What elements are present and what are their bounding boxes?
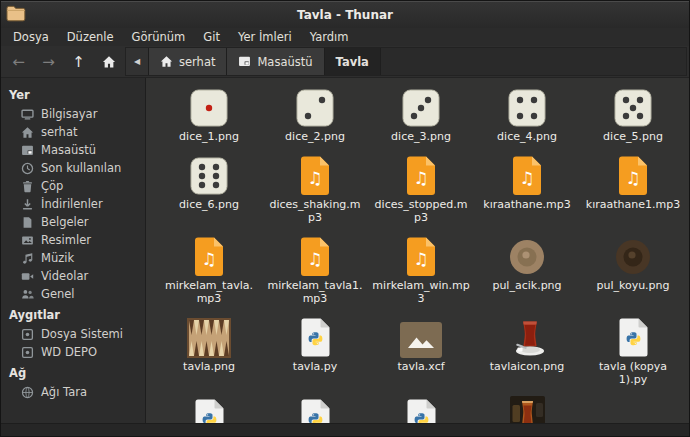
pathbar: ◀ serhatMasaüstüTavla: [125, 47, 687, 76]
sidebar-item-bilgisayar[interactable]: Bilgisayar: [1, 105, 145, 123]
svg-text:♫: ♫: [519, 168, 534, 188]
sidebar-item-videolar[interactable]: Videolar: [1, 267, 145, 285]
home-button[interactable]: [95, 49, 122, 75]
svg-text:♫: ♫: [201, 249, 216, 269]
file-tavla-kopya-4-py[interactable]: tavla (kopya 4).py: [368, 395, 474, 423]
up-button[interactable]: ↑: [65, 49, 92, 75]
sidebar-item-wd-depo[interactable]: WD DEPO: [1, 343, 145, 361]
breadcrumb-masa-st[interactable]: Masaüstü: [227, 48, 324, 75]
sidebar-item-p[interactable]: Çöp: [1, 177, 145, 195]
forward-button[interactable]: →: [35, 49, 62, 75]
audio-icon: ♫: [298, 152, 332, 196]
menu-yard-m[interactable]: Yardım: [301, 29, 358, 45]
dice-icon: [295, 84, 335, 128]
tea-light-icon: [505, 314, 549, 358]
python-icon: [299, 395, 332, 423]
file-mirkelam-tavla1-mp3[interactable]: ♫mirkelam_tavla1.mp3: [262, 233, 368, 305]
breadcrumb-tavla[interactable]: Tavla: [325, 48, 381, 75]
file-tavla-png[interactable]: tavla.png: [156, 314, 262, 386]
nav-buttons: ←→↑: [1, 46, 125, 77]
sidebar-item-serhat[interactable]: serhat: [1, 123, 145, 141]
file-turkish-cay-gif[interactable]: turkish_cay.gif: [474, 395, 580, 423]
file-view: dice_1.pngdice_2.pngdice_3.pngdice_4.png…: [146, 78, 689, 423]
menu-git[interactable]: Git: [194, 29, 229, 45]
menu-yer-i-mleri[interactable]: Yer İmleri: [229, 29, 301, 45]
file-dices-stopped-mp3[interactable]: ♫dices_stopped.mp3: [368, 152, 474, 224]
dice-icon: [507, 84, 547, 128]
drive-icon: [21, 346, 34, 359]
folder-icon: [6, 5, 26, 26]
network-icon: [21, 386, 34, 399]
audio-icon: ♫: [192, 233, 226, 277]
arrow-left-icon: ←: [12, 53, 25, 71]
board-thumb-icon: [187, 314, 231, 358]
menu-d-zenle[interactable]: Düzenle: [58, 29, 123, 45]
file-tavla-kopya-1-py[interactable]: tavla (kopya 1).py: [580, 314, 686, 386]
checker-light-icon: [507, 233, 547, 277]
file-dice-6-png[interactable]: dice_6.png: [156, 152, 262, 224]
file-tavla-kopya-2-py[interactable]: tavla (kopya 2).py: [156, 395, 262, 423]
music-icon: [21, 252, 34, 265]
arrow-right-icon: →: [42, 53, 55, 71]
file-pul-acik-png[interactable]: pul_acik.png: [474, 233, 580, 305]
sidebar: YerBilgisayarserhatMasaüstüSon kullanıla…: [1, 78, 146, 423]
arrow-up-icon: ↑: [72, 53, 85, 71]
menu-dosya[interactable]: Dosya: [4, 29, 58, 45]
file-tavla-xcf[interactable]: tavla.xcf: [368, 314, 474, 386]
sidebar-header-a: Ağ: [1, 361, 145, 383]
pathbar-filler: [381, 48, 686, 75]
sidebar-item-i-ndirilenler[interactable]: İndirilenler: [1, 195, 145, 213]
dice-icon: [613, 84, 653, 128]
file-tavla-kopya-3-py[interactable]: tavla (kopya 3).py: [262, 395, 368, 423]
home-icon: [160, 55, 173, 68]
svg-text:♫: ♫: [307, 249, 322, 269]
desktop-icon: [21, 144, 34, 157]
file-dice-2-png[interactable]: dice_2.png: [262, 84, 368, 143]
file-tavlaicon-png[interactable]: tavlaicon.png: [474, 314, 580, 386]
file-tavla-py[interactable]: tavla.py: [262, 314, 368, 386]
sidebar-item-belgeler[interactable]: Belgeler: [1, 213, 145, 231]
sidebar-item-dosya-sistemi[interactable]: Dosya Sistemi: [1, 325, 145, 343]
python-icon: [193, 395, 226, 423]
file-mirkelam-win-mp3[interactable]: ♫mirkelam_win.mp3: [368, 233, 474, 305]
sidebar-header-ayg-tlar: Aygıtlar: [1, 303, 145, 325]
audio-icon: ♫: [298, 233, 332, 277]
statusbar: [1, 423, 689, 436]
file-dice-1-png[interactable]: dice_1.png: [156, 84, 262, 143]
breadcrumb-serhat[interactable]: serhat: [149, 48, 227, 75]
python-icon: [299, 314, 332, 358]
file-pul-koyu-png[interactable]: pul_koyu.png: [580, 233, 686, 305]
people-icon: [21, 288, 34, 301]
python-icon: [405, 395, 438, 423]
file-dice-3-png[interactable]: dice_3.png: [368, 84, 474, 143]
video-icon: [21, 270, 34, 283]
audio-icon: ♫: [510, 152, 544, 196]
window-title: Tavla - Thunar: [1, 8, 689, 22]
sidebar-item-a-tara[interactable]: Ağı Tara: [1, 383, 145, 401]
sidebar-item-masa-st[interactable]: Masaüstü: [1, 141, 145, 159]
image-xcf-icon: [400, 314, 442, 358]
sidebar-item-genel[interactable]: Genel: [1, 285, 145, 303]
back-button[interactable]: ←: [5, 49, 32, 75]
file-grid: dice_1.pngdice_2.pngdice_3.pngdice_4.png…: [156, 84, 689, 423]
file-dice-4-png[interactable]: dice_4.png: [474, 84, 580, 143]
thunar-window: Tavla - Thunar DosyaDüzenleGörünümGitYer…: [0, 0, 690, 437]
file-k-raathane-mp3[interactable]: ♫kıraathane.mp3: [474, 152, 580, 224]
clock-icon: [21, 162, 34, 175]
breadcrumb: serhatMasaüstüTavla: [149, 48, 381, 75]
sidebar-header-yer: Yer: [1, 83, 145, 105]
dice-icon: [189, 152, 229, 196]
menu-g-r-n-m[interactable]: Görünüm: [123, 29, 195, 45]
sidebar-item-resimler[interactable]: Resimler: [1, 231, 145, 249]
file-k-raathane1-mp3[interactable]: ♫kıraathane1.mp3: [580, 152, 686, 224]
sidebar-item-son-kullan-lan[interactable]: Son kullanılan: [1, 159, 145, 177]
file-mirkelam-tavla-mp3[interactable]: ♫mirkelam_tavla.mp3: [156, 233, 262, 305]
file-dices-shaking-mp3[interactable]: ♫dices_shaking.mp3: [262, 152, 368, 224]
file-dice-5-png[interactable]: dice_5.png: [580, 84, 686, 143]
dice-icon: [189, 84, 229, 128]
chevron-left-icon[interactable]: ◀: [126, 48, 149, 75]
home-icon: [102, 55, 116, 69]
svg-text:♫: ♫: [625, 168, 640, 188]
svg-text:♫: ♫: [413, 168, 428, 188]
sidebar-item-m-zik[interactable]: Müzik: [1, 249, 145, 267]
